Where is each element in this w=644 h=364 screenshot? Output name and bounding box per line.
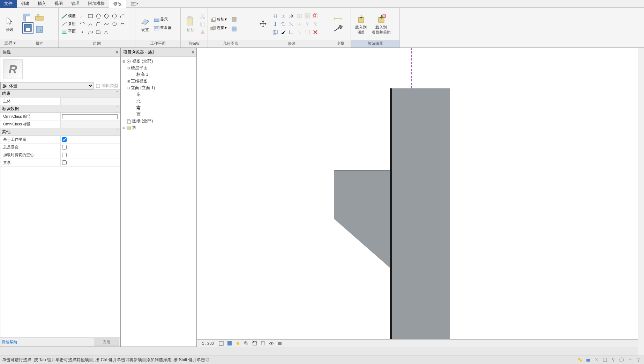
cut-geom-button[interactable]: 剪切 ▾ <box>210 17 227 23</box>
identity-group-header[interactable]: 标识数据⌃ <box>0 105 120 113</box>
split-face-button[interactable] <box>230 25 238 33</box>
tree-3d[interactable]: ⊞三维视图 <box>122 78 196 85</box>
unpin-button[interactable] <box>312 20 319 28</box>
delete-button[interactable] <box>312 28 319 36</box>
crop-view-icon[interactable] <box>252 340 258 347</box>
draw-arc-icon[interactable] <box>119 12 126 20</box>
reveal-hidden-icon[interactable] <box>277 340 283 347</box>
corner-trim-button[interactable] <box>287 28 295 36</box>
menu-manage[interactable]: 管理 <box>67 0 84 8</box>
close-properties-icon[interactable]: × <box>116 50 118 55</box>
tree-level1[interactable]: 标高 1 <box>122 71 196 78</box>
extend-button[interactable] <box>279 28 287 36</box>
type-selector[interactable]: 族: 体量 <box>0 82 93 89</box>
tree-views[interactable]: ⊟视图 (全部) <box>122 58 196 65</box>
menu-addins[interactable]: 附加模块 <box>84 0 109 8</box>
crop-region-icon[interactable] <box>260 340 266 347</box>
filter-icon[interactable] <box>636 357 642 363</box>
measure-button[interactable] <box>332 24 343 34</box>
aligned-dim-button[interactable] <box>332 14 343 24</box>
modify-button[interactable]: 修改 <box>2 15 17 32</box>
detail-level-icon[interactable] <box>218 340 224 347</box>
editable-only-icon[interactable] <box>585 357 592 363</box>
visual-style-icon[interactable] <box>226 340 233 347</box>
hide-isolate-icon[interactable] <box>268 340 275 347</box>
load-into-project-button[interactable]: 载入到 项目 <box>353 13 369 35</box>
tree-sheets[interactable]: 图纸 (全部) <box>122 118 196 124</box>
match-button[interactable] <box>199 28 207 36</box>
offset-button[interactable] <box>279 12 287 20</box>
copy-button[interactable] <box>199 20 207 28</box>
draw-poly2-icon[interactable] <box>103 12 110 20</box>
sun-path-icon[interactable] <box>235 340 241 347</box>
draw-fillet-icon[interactable] <box>95 20 102 28</box>
scale-button[interactable] <box>312 12 319 20</box>
menu-insert[interactable]: 插入 <box>33 0 50 8</box>
constraints-group-header[interactable]: 约束⌃ <box>0 90 120 97</box>
group-button[interactable] <box>304 28 311 36</box>
properties-button[interactable] <box>22 22 33 34</box>
paste-button[interactable]: 粘贴 <box>183 15 198 33</box>
show-workplane-button[interactable]: 显示 <box>153 17 172 23</box>
select-pinned-icon[interactable] <box>611 357 617 363</box>
draw-partial-ellipse-icon[interactable] <box>119 20 126 28</box>
menu-file[interactable]: 文件 <box>0 0 17 8</box>
move-button[interactable] <box>271 20 279 28</box>
type-properties-button[interactable] <box>22 14 30 22</box>
apply-button[interactable]: 应用 <box>94 338 119 346</box>
array-button[interactable] <box>304 12 311 20</box>
always-vertical-checkbox[interactable] <box>62 145 67 150</box>
close-browser-icon[interactable]: × <box>192 50 194 55</box>
pin-button[interactable] <box>304 20 311 28</box>
mirror-pick-button[interactable] <box>295 12 303 20</box>
draw-ellipse-icon[interactable] <box>111 20 118 28</box>
cope-button[interactable] <box>230 15 238 23</box>
menu-modify[interactable]: 修改 <box>109 0 126 8</box>
tree-east[interactable]: 东 <box>122 91 196 98</box>
mirror-axis-button[interactable] <box>287 12 295 20</box>
view-canvas[interactable]: 1 : 200 <box>197 48 644 347</box>
set-workplane-button[interactable]: 设置 <box>137 15 153 33</box>
ref-plane-button[interactable]: 平面 <box>61 29 76 35</box>
tree-west[interactable]: 西 <box>122 111 196 118</box>
draw-spline2-icon[interactable] <box>87 28 94 36</box>
draw-rect-icon[interactable] <box>87 12 94 20</box>
edit-type-button[interactable]: 编辑类型 <box>93 82 120 89</box>
align-button[interactable] <box>271 12 279 20</box>
draw-pick-icon[interactable] <box>103 28 110 36</box>
workplane-based-checkbox[interactable] <box>62 137 67 142</box>
tree-south[interactable]: 南 <box>122 104 196 111</box>
select-links-icon[interactable] <box>594 357 600 363</box>
shadows-icon[interactable] <box>243 340 249 347</box>
draw-arc2-icon[interactable] <box>78 20 86 28</box>
family-types-button[interactable] <box>34 13 45 24</box>
tree-elevations[interactable]: ⊟立面 (立面 1) <box>122 85 196 91</box>
shared-checkbox[interactable] <box>62 160 67 165</box>
select-face-icon[interactable] <box>619 357 625 363</box>
tree-families[interactable]: ⊞族 <box>122 124 196 131</box>
cut-voids-checkbox[interactable] <box>62 153 67 157</box>
cut-button[interactable] <box>199 12 207 20</box>
viewer-button[interactable]: 查看器 <box>153 25 172 31</box>
draw-rect2-icon[interactable] <box>95 28 102 36</box>
tree-floorplans[interactable]: ⊟楼层平面 <box>122 65 196 71</box>
draw-point-icon[interactable] <box>78 28 86 36</box>
family-category-button[interactable] <box>34 24 45 35</box>
rotate-button[interactable] <box>279 20 287 28</box>
ref-line-button[interactable]: 参照 <box>61 21 76 27</box>
play-dropdown-icon[interactable] <box>128 1 141 7</box>
move-tool-button[interactable] <box>255 18 271 30</box>
demolish-button[interactable] <box>295 28 303 36</box>
draw-arc3-icon[interactable] <box>87 20 94 28</box>
draw-line-icon[interactable] <box>78 12 86 20</box>
load-close-button[interactable]: 载入到 项目并关闭 <box>369 13 393 35</box>
split-button[interactable] <box>295 20 303 28</box>
copy-tool-button[interactable] <box>271 28 279 36</box>
join-geom-button[interactable]: 连接 ▾ <box>210 25 227 31</box>
omniclass-number-input[interactable] <box>62 114 118 119</box>
other-group-header[interactable]: 其他⌃ <box>0 128 120 136</box>
worksets-icon[interactable] <box>577 357 583 363</box>
view-scale[interactable]: 1 : 200 <box>200 341 216 345</box>
vertical-scrollbar[interactable] <box>638 48 644 356</box>
model-line-button[interactable]: 模型 <box>61 13 76 20</box>
